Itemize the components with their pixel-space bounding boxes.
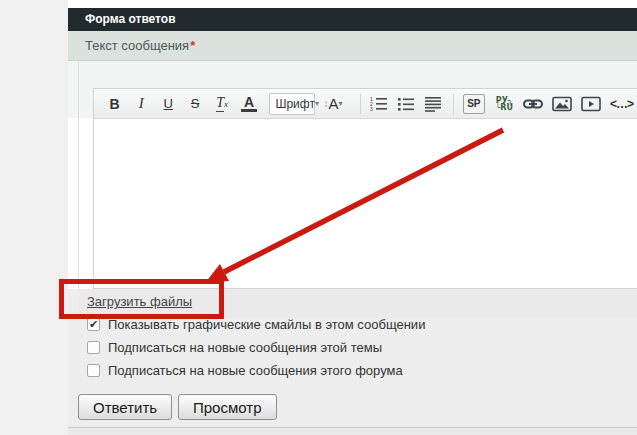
upload-files-link[interactable]: Загрузить файлы — [87, 294, 192, 309]
editor-text-area[interactable] — [94, 119, 637, 288]
text-color-button[interactable]: A — [241, 95, 258, 112]
remove-format-button[interactable]: Tx — [214, 93, 231, 115]
required-asterisk: * — [190, 38, 195, 53]
video-icon[interactable] — [581, 93, 601, 115]
form-title: Форма ответов — [85, 12, 176, 26]
option-smileys: ✔ Показывать графические смайлы в этом с… — [87, 317, 425, 332]
subscribe-forum-checkbox[interactable] — [87, 364, 100, 377]
font-dropdown-value: Шрифт — [275, 97, 314, 111]
option-subscribe-forum: Подписаться на новые сообщения этого фор… — [87, 363, 403, 378]
subscribe-topic-label: Подписаться на новые сообщения этой темы — [108, 340, 382, 355]
bold-button[interactable]: B — [106, 93, 123, 115]
spoiler-button[interactable]: SP — [463, 94, 484, 114]
subscribe-forum-label: Подписаться на новые сообщения этого фор… — [108, 363, 403, 378]
strikethrough-button[interactable]: S — [187, 93, 204, 115]
smileys-label: Показывать графические смайлы в этом соо… — [108, 317, 425, 332]
svg-text:3: 3 — [370, 106, 373, 112]
rich-text-editor: B I U S Tx A Шрифт ▾ ↕ A ▾ 1 — [93, 88, 637, 289]
image-icon[interactable] — [552, 93, 572, 115]
editor-toolbar: B I U S Tx A Шрифт ▾ ↕ A ▾ 1 — [94, 89, 637, 119]
toolbar-separator — [360, 94, 361, 114]
underline-button[interactable]: U — [160, 93, 177, 115]
message-text-label: Текст сообщения — [85, 38, 189, 53]
below-form-strip — [68, 428, 637, 435]
size-letter: A — [328, 95, 338, 112]
message-text-label-row: Текст сообщения* — [68, 31, 637, 61]
bulleted-list-button[interactable] — [397, 93, 415, 115]
page: Форма ответов Текст сообщения* B I U S T… — [0, 0, 637, 435]
numbered-list-button[interactable]: 1 2 3 — [370, 93, 388, 115]
chevron-down-icon: ▾ — [338, 99, 342, 108]
form-title-bar: Форма ответов — [68, 8, 637, 31]
link-icon[interactable] — [523, 93, 543, 115]
font-size-dropdown[interactable]: ↕ A ▾ — [323, 95, 350, 112]
chevron-down-icon: ▾ — [315, 99, 319, 108]
block-align-button[interactable] — [424, 93, 442, 115]
code-icon[interactable]: <…> — [610, 97, 633, 111]
reply-button[interactable]: Ответить — [78, 394, 172, 420]
translit-button[interactable]: РУ┐ └RU — [496, 97, 513, 111]
font-dropdown[interactable]: Шрифт ▾ — [269, 93, 315, 115]
preview-button[interactable]: Просмотр — [178, 394, 277, 420]
subscribe-topic-checkbox[interactable] — [87, 341, 100, 354]
toolbar-separator — [453, 94, 454, 114]
italic-button[interactable]: I — [133, 93, 150, 115]
reply-form-panel: Форма ответов Текст сообщения* B I U S T… — [68, 0, 637, 435]
option-subscribe-topic: Подписаться на новые сообщения этой темы — [87, 340, 382, 355]
smileys-checkbox[interactable]: ✔ — [87, 318, 100, 331]
